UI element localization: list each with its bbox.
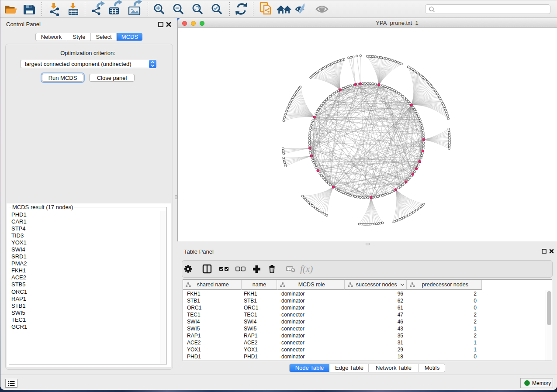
svg-text:f(x): f(x) [300,264,313,274]
